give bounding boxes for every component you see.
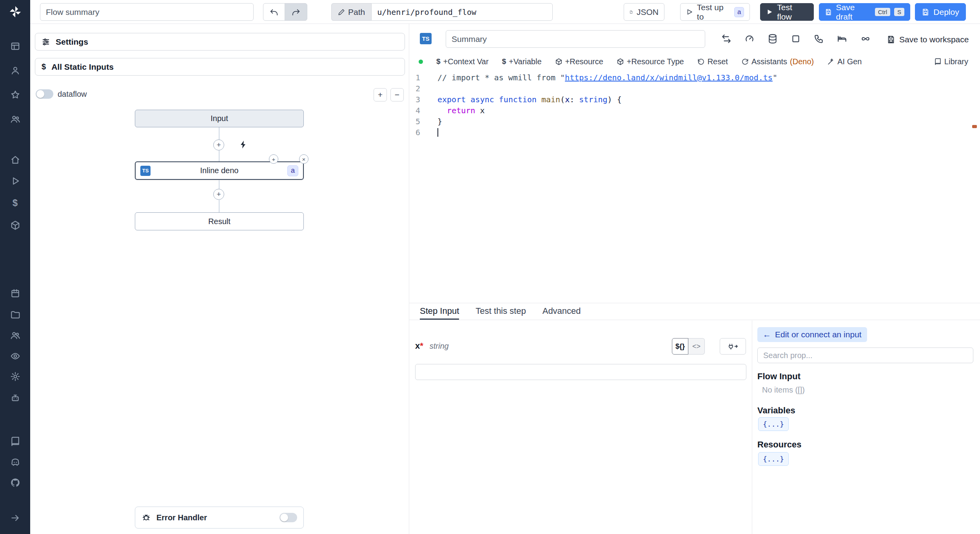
zoom-in-button[interactable]: +	[374, 88, 387, 101]
sidebar: $	[0, 0, 30, 534]
undo-button[interactable]	[263, 3, 285, 21]
resource-label: +Resource	[565, 57, 603, 66]
test-flow-button[interactable]: Test flow	[760, 3, 814, 21]
home-icon[interactable]	[0, 155, 30, 165]
ai-gen-button[interactable]: AI Gen	[827, 57, 862, 66]
toggle-knob	[36, 90, 44, 98]
line-number: 1	[409, 72, 420, 83]
table-icon[interactable]	[0, 41, 30, 51]
assistants-refresh-icon	[741, 58, 749, 65]
add-branch-button[interactable]: +	[269, 154, 278, 164]
eye-icon[interactable]	[0, 351, 30, 361]
cube-icon[interactable]	[0, 220, 30, 230]
node-inline-deno[interactable]: TS Inline deno a	[135, 161, 304, 180]
play-icon[interactable]	[0, 176, 30, 186]
save-to-workspace-button[interactable]: Save to workspace	[887, 35, 969, 44]
dataflow-toggle[interactable]	[36, 89, 53, 99]
save-draft-button[interactable]: Save draft Ctrl S	[819, 3, 910, 21]
resources-title: Resources	[757, 440, 802, 450]
code-line[interactable]: return x	[437, 105, 968, 116]
test-flow-label: Test flow	[777, 3, 808, 22]
path-input[interactable]	[371, 3, 553, 21]
reset-button[interactable]: Reset	[697, 57, 728, 66]
all-static-inputs-button[interactable]: $ All Static Inputs	[35, 58, 405, 76]
kbd-ctrl: Ctrl	[875, 8, 890, 16]
flow-input-title: Flow Input	[757, 371, 800, 382]
star-icon[interactable]	[0, 90, 30, 100]
infinity-icon[interactable]	[860, 34, 871, 44]
template-expr-button[interactable]: ${}	[672, 338, 688, 355]
add-resource-button[interactable]: +Resource	[555, 57, 603, 66]
kbd-s: S	[894, 8, 904, 16]
error-handler-bar[interactable]: Error Handler	[135, 507, 304, 529]
users-icon[interactable]	[0, 114, 30, 124]
bed-icon[interactable]	[837, 34, 847, 44]
redo-button[interactable]	[285, 3, 307, 21]
users-group-icon[interactable]	[0, 330, 30, 340]
gauge-icon[interactable]	[744, 34, 755, 44]
discord-icon[interactable]	[0, 457, 30, 467]
tab-test-this-step[interactable]: Test this step	[475, 303, 526, 320]
code-line[interactable]: export async function main(x: string) {	[437, 94, 968, 105]
database-icon[interactable]	[768, 34, 778, 44]
variables-object-chip[interactable]: {...}	[758, 417, 789, 431]
save-to-workspace-label: Save to workspace	[899, 35, 969, 44]
edge-line	[219, 150, 220, 161]
swap-arrows-icon[interactable]	[721, 34, 731, 44]
calendar-icon[interactable]	[0, 288, 30, 299]
folder-icon[interactable]	[0, 310, 30, 320]
node-input-label: Input	[211, 114, 228, 123]
user-icon[interactable]	[0, 65, 30, 76]
code-gutter: 123456	[409, 72, 420, 138]
windmill-logo-icon[interactable]	[0, 5, 30, 18]
insert-step-button[interactable]: +	[213, 189, 224, 200]
expand-sidebar-arrow-icon[interactable]	[0, 513, 30, 523]
pencil-icon	[338, 9, 345, 16]
book-icon[interactable]	[0, 436, 30, 447]
tab-advanced[interactable]: Advanced	[543, 303, 581, 320]
dollar-icon: $	[502, 57, 506, 66]
gear-icon[interactable]	[0, 371, 30, 382]
node-input[interactable]: Input	[135, 110, 304, 127]
edit-or-connect-button[interactable]: ← Edit or connect an input	[757, 327, 867, 342]
sliders-icon	[42, 38, 50, 46]
json-button[interactable]: JSON	[624, 3, 664, 21]
flow-summary-input[interactable]	[40, 3, 254, 21]
zoom-out-button[interactable]: −	[390, 88, 404, 101]
settings-button[interactable]: Settings	[35, 33, 405, 51]
add-variable-button[interactable]: $ +Variable	[502, 57, 541, 66]
code-line[interactable]: // import * as wmill from "https://deno.…	[437, 72, 968, 83]
add-resource-type-button[interactable]: +Resource Type	[617, 57, 684, 66]
library-button[interactable]: Library	[934, 57, 968, 66]
wand-icon	[827, 58, 835, 65]
github-icon[interactable]	[0, 478, 30, 488]
tab-step-input[interactable]: Step Input	[420, 303, 459, 320]
summary-input[interactable]	[446, 30, 705, 48]
deploy-button[interactable]: Deploy	[915, 3, 966, 21]
add-context-var-button[interactable]: $ +Context Var	[436, 57, 488, 66]
trigger-bolt-icon[interactable]	[239, 140, 248, 149]
connect-input-button[interactable]	[720, 338, 746, 355]
robot-icon[interactable]	[0, 393, 30, 403]
code-line[interactable]	[437, 83, 968, 94]
step-argument-input[interactable]	[415, 364, 746, 380]
required-mark: *	[420, 341, 423, 351]
error-handler-toggle[interactable]	[279, 513, 297, 522]
code-line[interactable]: }	[437, 116, 968, 127]
node-result[interactable]: Result	[135, 212, 304, 230]
phone-icon[interactable]	[814, 34, 824, 44]
search-prop-input[interactable]	[757, 348, 973, 363]
code-line[interactable]	[437, 127, 968, 138]
error-handler-label: Error Handler	[156, 513, 207, 522]
code-mode-button[interactable]: <>	[688, 338, 705, 355]
test-up-to-button[interactable]: Test up to a	[680, 3, 750, 21]
path-button[interactable]: Path	[331, 3, 371, 21]
dollar-icon[interactable]: $	[0, 198, 30, 208]
delete-step-button[interactable]: ×	[299, 154, 309, 164]
square-icon[interactable]	[791, 34, 801, 44]
argument-name: x*	[415, 341, 423, 351]
resources-object-chip[interactable]: {...}	[758, 452, 789, 466]
insert-step-button[interactable]: +	[213, 139, 224, 150]
play-outline-icon	[686, 8, 693, 16]
assistants-button[interactable]: Assistants (Deno)	[741, 57, 814, 66]
